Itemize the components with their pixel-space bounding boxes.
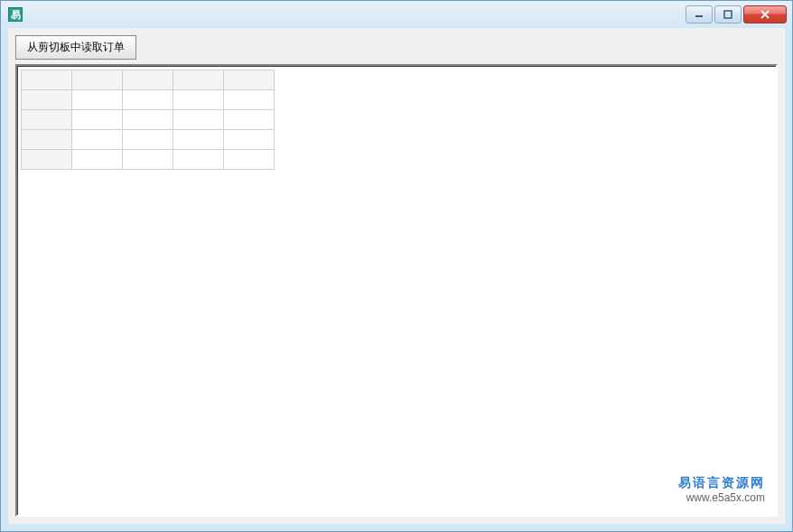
toolbar: 从剪切板中读取订单 <box>8 28 785 65</box>
app-icon: 易 <box>8 7 23 22</box>
svg-rect-1 <box>724 11 732 18</box>
grid-cell[interactable] <box>72 150 123 170</box>
titlebar[interactable]: 易 <box>1 1 792 28</box>
grid-cell[interactable] <box>224 110 275 130</box>
grid-cell[interactable] <box>123 150 173 170</box>
grid-row <box>22 90 275 110</box>
close-button[interactable] <box>743 5 787 23</box>
grid-col-header[interactable] <box>173 70 224 90</box>
app-window: 易 从剪切板中读取订单 <box>0 0 793 532</box>
grid-row-header[interactable] <box>22 130 72 150</box>
grid-col-header[interactable] <box>224 70 275 90</box>
read-clipboard-order-button[interactable]: 从剪切板中读取订单 <box>15 35 136 60</box>
grid-cell[interactable] <box>173 150 224 170</box>
watermark-url: www.e5a5x.com <box>678 491 765 506</box>
grid-col-header[interactable] <box>123 70 173 90</box>
grid-col-header[interactable] <box>72 70 123 90</box>
grid-header-row <box>22 70 275 90</box>
titlebar-left: 易 <box>8 7 28 22</box>
grid-cell[interactable] <box>72 110 123 130</box>
grid-cell[interactable] <box>72 130 123 150</box>
grid-row <box>22 150 275 170</box>
watermark: 易语言资源网 www.e5a5x.com <box>678 475 765 506</box>
grid-cell[interactable] <box>72 90 123 110</box>
grid-cell[interactable] <box>123 130 173 150</box>
grid-cell[interactable] <box>123 90 173 110</box>
grid-row-header[interactable] <box>22 90 72 110</box>
grid-cell[interactable] <box>173 90 224 110</box>
svg-rect-0 <box>695 15 703 17</box>
minimize-button[interactable] <box>686 5 713 23</box>
content-panel: 易语言资源网 www.e5a5x.com <box>15 64 778 517</box>
grid-cell[interactable] <box>224 150 275 170</box>
data-grid[interactable] <box>21 70 275 170</box>
grid-cell[interactable] <box>173 130 224 150</box>
window-controls <box>686 5 787 23</box>
client-area: 从剪切板中读取订单 <box>8 28 785 524</box>
grid-cell[interactable] <box>224 130 275 150</box>
grid-row <box>22 110 275 130</box>
grid-cell[interactable] <box>173 110 224 130</box>
grid-cell[interactable] <box>123 110 173 130</box>
grid-corner-cell[interactable] <box>22 70 72 90</box>
grid-row-header[interactable] <box>22 150 72 170</box>
watermark-title: 易语言资源网 <box>678 475 765 491</box>
grid-row <box>22 130 275 150</box>
maximize-button[interactable] <box>714 5 742 23</box>
grid-row-header[interactable] <box>22 110 72 130</box>
grid-cell[interactable] <box>224 90 275 110</box>
